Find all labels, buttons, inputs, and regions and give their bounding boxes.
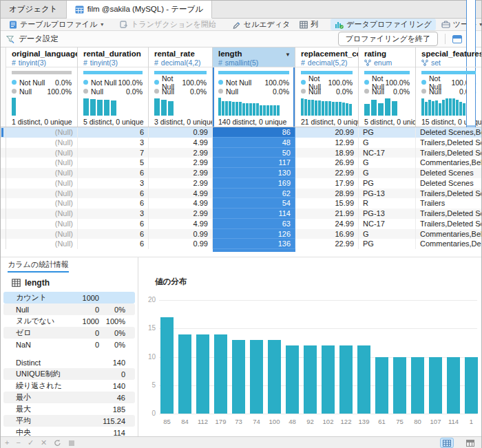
grid-view-button[interactable] (440, 438, 454, 448)
table-row[interactable]: (Null)60.9913622.99PGCommentaries,Delete… (1, 239, 481, 249)
table-row[interactable]: (Null)60.9912616.99GCommentaries,Behind … (1, 229, 481, 239)
cell[interactable]: Trailers (416, 198, 481, 209)
cell[interactable]: 2.99 (149, 178, 213, 189)
stats-row-Null[interactable]: Null00% (3, 303, 135, 315)
refresh-icon[interactable] (54, 439, 61, 447)
table-row[interactable]: (Null)64.996228.99PG-13Trailers,Deleted … (1, 189, 481, 199)
cell[interactable]: 3 (78, 178, 149, 189)
cell[interactable]: (Null) (6, 127, 78, 138)
cell[interactable]: 54 (213, 198, 295, 209)
cell[interactable]: 48 (213, 138, 295, 148)
stats-row-平均[interactable]: 平均115.24 (3, 415, 135, 427)
cell[interactable]: 6 (78, 219, 149, 229)
cell[interactable]: 3 (78, 209, 149, 219)
cell[interactable]: 62 (213, 189, 295, 199)
cell[interactable]: Commentaries,Behind the (416, 158, 481, 168)
cancel-icon[interactable]: ✕ (41, 439, 47, 447)
delete-row-icon[interactable]: − (16, 439, 20, 447)
tab-film-table[interactable]: film @sakila (MySQL) - テーブル (67, 1, 212, 19)
add-row-icon[interactable]: + (5, 439, 9, 447)
table-row[interactable]: (Null)62.9913022.99GDeleted Scenes (1, 168, 481, 178)
table-row[interactable]: (Null)34.994812.99GTrailers,Deleted Scen… (1, 138, 481, 148)
toolbar-button-4[interactable]: 列 (295, 19, 322, 30)
toolbar-button-1[interactable]: テーブルプロファイル▾ (5, 19, 107, 30)
cell[interactable]: 22.99 (295, 239, 359, 249)
grid-options-icon[interactable] (68, 440, 75, 447)
table-row[interactable]: (Null)64.996324.99NC-17Trailers,Deleted … (1, 219, 481, 229)
cell[interactable]: Trailers,Deleted Scenes (416, 219, 481, 229)
cell[interactable]: 26.99 (295, 158, 359, 168)
cell[interactable]: 6 (78, 168, 149, 178)
column-header-original_language_id[interactable]: original_language_id#tinyint(3)Not Null0… (6, 47, 78, 127)
table-row[interactable]: (Null)60.998620.99PGDeleted Scenes,Behin… (1, 127, 481, 138)
cell[interactable]: R (359, 198, 416, 209)
cell[interactable]: Trailers,Deleted Scenes (416, 138, 481, 148)
cell[interactable]: 12.99 (295, 138, 359, 148)
cell[interactable]: 4.99 (149, 189, 213, 199)
cell[interactable]: 6 (78, 189, 149, 199)
stats-row-NaN[interactable]: NaN00% (3, 339, 135, 350)
cell[interactable]: 22.99 (295, 168, 359, 178)
cell[interactable]: 16.99 (295, 229, 359, 239)
cell[interactable]: 6 (78, 229, 149, 239)
cell[interactable]: G (359, 168, 416, 178)
cell[interactable]: 2.99 (149, 168, 213, 178)
table-row[interactable]: (Null)32.9916917.99PGDeleted Scenes (1, 178, 481, 189)
cell[interactable]: 7 (78, 148, 149, 158)
finish-profiling-button[interactable]: プロファイリングを終了 (338, 32, 438, 46)
cell[interactable]: (Null) (6, 209, 78, 219)
cell[interactable]: 114 (213, 209, 295, 219)
cell[interactable]: 3 (78, 138, 149, 148)
stats-row-ヌルでない[interactable]: ヌルでない1000100% (3, 315, 135, 327)
cell[interactable]: (Null) (6, 219, 78, 229)
cell[interactable]: Commentaries,Deleted Sc (416, 239, 481, 249)
cell[interactable]: 86 (213, 127, 295, 138)
cell[interactable]: 17.99 (295, 178, 359, 189)
cell[interactable]: 130 (213, 168, 295, 178)
cell[interactable]: (Null) (6, 189, 78, 199)
table-row[interactable]: (Null)64.995415.99RTrailers (1, 198, 481, 209)
cell[interactable]: 20.99 (295, 127, 359, 138)
cell[interactable]: Trailers,Deleted Scenes (416, 189, 481, 199)
cell[interactable]: G (359, 158, 416, 168)
cell[interactable]: 6 (78, 127, 149, 138)
cell[interactable]: G (359, 138, 416, 148)
toolbar-button-3[interactable]: セルエディタ (229, 19, 295, 30)
cell[interactable]: 2.99 (149, 148, 213, 158)
column-header-replacement_cost[interactable]: replacement_cost#decimal(5,2)Not Null100… (295, 47, 359, 127)
cell[interactable]: 6 (78, 198, 149, 209)
cell[interactable]: PG (359, 239, 416, 249)
stats-row-最小[interactable]: 最小46 (3, 392, 135, 403)
cell[interactable]: PG (359, 178, 416, 189)
column-header-rental_duration[interactable]: rental_duration#tinyint(3)Not Null100.0%… (78, 47, 149, 127)
stats-row-最大[interactable]: 最大185 (3, 403, 135, 415)
cell[interactable]: 28.99 (295, 189, 359, 199)
cell[interactable]: Deleted Scenes (416, 168, 481, 178)
cell[interactable]: (Null) (6, 198, 78, 209)
toolbar-button-2[interactable]: トランザクションを開始 (116, 19, 220, 30)
cell[interactable]: 2.99 (149, 209, 213, 219)
cell[interactable]: (Null) (6, 178, 78, 189)
cell[interactable]: 4.99 (149, 219, 213, 229)
stats-row-Distinct[interactable]: Distinct140 (3, 356, 135, 368)
cell[interactable]: Trailers,Deleted Scenes (416, 148, 481, 158)
cell[interactable]: 24.99 (295, 219, 359, 229)
column-menu-caret-icon[interactable]: ▼ (285, 52, 291, 58)
cell[interactable]: 0.99 (149, 127, 213, 138)
cell[interactable]: (Null) (6, 138, 78, 148)
cell[interactable]: (Null) (6, 158, 78, 168)
cell[interactable]: PG (359, 127, 416, 138)
cell[interactable]: (Null) (6, 229, 78, 239)
cell[interactable]: PG-13 (359, 209, 416, 219)
cell[interactable]: Deleted Scenes (416, 178, 481, 189)
column-header-rental_rate[interactable]: rental_rate#decimal(4,2)Not Null100.0%Nu… (149, 47, 213, 127)
stats-row-ゼロ[interactable]: ゼロ00% (3, 327, 135, 339)
cell[interactable]: 50 (213, 148, 295, 158)
table-row[interactable]: (Null)52.9911726.99GCommentaries,Behind … (1, 158, 481, 168)
text-view-button[interactable] (463, 438, 477, 448)
stats-row-中央[interactable]: 中央114 (3, 427, 135, 436)
cell[interactable]: 5 (78, 158, 149, 168)
apply-icon[interactable]: ✓ (28, 439, 34, 447)
cell[interactable]: Deleted Scenes,Behind the (416, 127, 481, 138)
cell[interactable]: 6 (78, 239, 149, 249)
